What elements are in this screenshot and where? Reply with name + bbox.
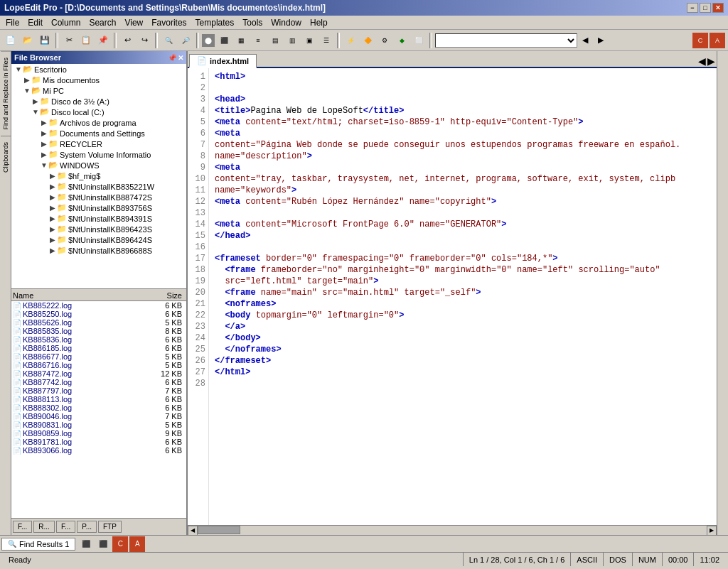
tree-item[interactable]: ▶📁$NtUninstallKB835221W bbox=[11, 181, 186, 192]
tree-expand-icon[interactable]: ▶ bbox=[48, 246, 57, 254]
tree-item[interactable]: ▶📁$hf_mig$ bbox=[11, 170, 186, 181]
file-list-item[interactable]: 📄KB885836.log6 KB bbox=[11, 335, 186, 344]
tb-copy[interactable]: 📋 bbox=[78, 33, 94, 48]
bb-tab-f2[interactable]: F... bbox=[56, 521, 75, 533]
file-list-item[interactable]: 📄KB890046.log7 KB bbox=[11, 412, 186, 421]
bt-btn3[interactable]: C bbox=[112, 536, 128, 552]
tree-expand-icon[interactable]: ▼ bbox=[31, 108, 40, 116]
bb-tab-f1[interactable]: F... bbox=[13, 521, 32, 533]
tree-expand-icon[interactable]: ▶ bbox=[40, 129, 48, 137]
tree-expand-icon[interactable]: ▶ bbox=[48, 183, 57, 190]
tree-item[interactable]: ▶📁Mis documentos bbox=[11, 75, 186, 85]
tb-find[interactable]: 🔍 bbox=[161, 33, 176, 48]
menu-view[interactable]: View bbox=[120, 16, 147, 29]
menu-favorites[interactable]: Favorites bbox=[147, 16, 191, 29]
menu-templates[interactable]: Templates bbox=[191, 16, 239, 29]
tb-undo[interactable]: ↩ bbox=[119, 33, 135, 48]
file-list-item[interactable]: 📄KB885835.log8 KB bbox=[11, 327, 186, 335]
tb-new[interactable]: 📄 bbox=[3, 33, 18, 48]
tb-b4[interactable]: ≡ bbox=[250, 33, 266, 48]
maximize-button[interactable]: □ bbox=[700, 3, 711, 13]
menu-search[interactable]: Search bbox=[85, 16, 120, 29]
tree-expand-icon[interactable]: ▶ bbox=[40, 119, 48, 126]
bb-tab-p1[interactable]: P... bbox=[77, 521, 97, 533]
tb-b1[interactable]: ⬤ bbox=[202, 34, 215, 47]
tb-next-file[interactable]: ▶ bbox=[593, 33, 609, 48]
editor-tab-index[interactable]: 📄 index.html bbox=[189, 54, 257, 68]
tree-item[interactable]: ▶📁$NtUninstallKB887472S bbox=[11, 192, 186, 202]
tb-b6[interactable]: ▥ bbox=[284, 33, 300, 48]
tree-item[interactable]: ▶📁Archivos de programa bbox=[11, 117, 186, 128]
file-list-item[interactable]: 📄KB890859.log9 KB bbox=[11, 429, 186, 438]
file-list-item[interactable]: 📄KB887472.log12 KB bbox=[11, 369, 186, 378]
editor-nav-left[interactable]: ◀ bbox=[698, 55, 706, 67]
vtab-clipboards[interactable]: Clipboards bbox=[1, 136, 11, 178]
scroll-track-h[interactable] bbox=[198, 526, 707, 536]
tree-item[interactable]: ▼📂WINDOWS bbox=[11, 160, 186, 170]
file-list-item[interactable]: 📄KB890831.log5 KB bbox=[11, 421, 186, 429]
tb-paste[interactable]: 📌 bbox=[95, 33, 111, 48]
file-list-item[interactable]: 📄KB887797.log7 KB bbox=[11, 386, 186, 395]
tree-item[interactable]: ▶📁System Volume Informatio bbox=[11, 149, 186, 160]
tb-b12[interactable]: ◆ bbox=[394, 33, 410, 48]
file-list-item[interactable]: 📄KB886716.log5 KB bbox=[11, 361, 186, 369]
tb-cut[interactable]: ✂ bbox=[61, 33, 77, 48]
close-button[interactable]: ✕ bbox=[712, 3, 724, 13]
tree-item[interactable]: ▶📁Documents and Settings bbox=[11, 128, 186, 139]
bottom-tab-find-results[interactable]: 🔍 Find Results 1 bbox=[1, 538, 75, 551]
scroll-thumb-h[interactable] bbox=[198, 526, 240, 534]
scroll-right-btn[interactable]: ▶ bbox=[707, 526, 717, 536]
tree-item[interactable]: ▼📂Escritorio bbox=[11, 64, 186, 75]
menu-column[interactable]: Column bbox=[47, 16, 85, 29]
bb-tab-ftp[interactable]: FTP bbox=[98, 521, 122, 533]
tb-save[interactable]: 💾 bbox=[37, 33, 53, 48]
tree-expand-icon[interactable]: ▶ bbox=[31, 97, 40, 105]
tree-expand-icon[interactable]: ▶ bbox=[48, 215, 57, 222]
bt-btn4[interactable]: A bbox=[129, 536, 145, 552]
tb-redo[interactable]: ↪ bbox=[136, 33, 152, 48]
tb-b13[interactable]: ⬜ bbox=[411, 33, 427, 48]
file-list-item[interactable]: 📄KB886185.log6 KB bbox=[11, 344, 186, 352]
menu-window[interactable]: Window bbox=[267, 16, 306, 29]
tree-item[interactable]: ▼📂Mi PC bbox=[11, 85, 186, 96]
file-list-item[interactable]: 📄KB886677.log5 KB bbox=[11, 352, 186, 361]
tb-open[interactable]: 📂 bbox=[20, 33, 36, 48]
bt-btn1[interactable]: ⬛ bbox=[78, 536, 94, 552]
menu-help[interactable]: Help bbox=[306, 16, 332, 29]
file-list-item[interactable]: 📄KB885626.log5 KB bbox=[11, 318, 186, 327]
tree-item[interactable]: ▶📁RECYCLER bbox=[11, 139, 186, 149]
fb-close-icon[interactable]: ✕ bbox=[178, 54, 183, 62]
scroll-left-btn[interactable]: ◀ bbox=[188, 526, 198, 536]
tree-item[interactable]: ▶📁Disco de 3½ (A:) bbox=[11, 96, 186, 107]
file-list-item[interactable]: 📄KB888302.log6 KB bbox=[11, 403, 186, 412]
tb-clip2[interactable]: A bbox=[710, 33, 725, 48]
tb-b5[interactable]: ▤ bbox=[267, 33, 283, 48]
bt-btn2[interactable]: ⬛ bbox=[95, 536, 111, 552]
tb-prev-file[interactable]: ◀ bbox=[577, 33, 593, 48]
menu-file[interactable]: File bbox=[1, 16, 23, 29]
tb-replace[interactable]: 🔎 bbox=[178, 33, 193, 48]
minimize-button[interactable]: − bbox=[687, 3, 698, 13]
tree-expand-icon[interactable]: ▼ bbox=[23, 87, 31, 94]
file-list-item[interactable]: 📄KB887742.log6 KB bbox=[11, 378, 186, 386]
tree-expand-icon[interactable]: ▼ bbox=[14, 65, 23, 73]
tree-expand-icon[interactable]: ▶ bbox=[48, 204, 57, 212]
tree-expand-icon[interactable]: ▶ bbox=[48, 236, 57, 244]
menu-tools[interactable]: Tools bbox=[238, 16, 267, 29]
tree-expand-icon[interactable]: ▼ bbox=[40, 161, 48, 169]
tree-expand-icon[interactable]: ▶ bbox=[23, 76, 31, 84]
tb-b9[interactable]: ⚡ bbox=[343, 33, 358, 48]
file-list-item[interactable]: 📄KB885222.log6 KB bbox=[11, 301, 186, 310]
tree-item[interactable]: ▶📁$NtUninstallKB894391S bbox=[11, 213, 186, 224]
tb-b11[interactable]: ⚙ bbox=[377, 33, 392, 48]
tb-b2[interactable]: ⬛ bbox=[216, 33, 232, 48]
file-list-item[interactable]: 📄KB888113.log6 KB bbox=[11, 395, 186, 403]
tb-b7[interactable]: ▣ bbox=[301, 33, 317, 48]
tb-clip1[interactable]: C bbox=[692, 33, 708, 48]
tree-item[interactable]: ▶📁$NtUninstallKB893756S bbox=[11, 202, 186, 213]
file-list-item[interactable]: 📄KB885250.log6 KB bbox=[11, 310, 186, 318]
code-content[interactable]: 1234567891011121314151617181920212223242… bbox=[188, 68, 717, 525]
tb-b3[interactable]: ▦ bbox=[233, 33, 249, 48]
fb-pin-icon[interactable]: 📌 bbox=[168, 54, 176, 62]
vtab-find-replace[interactable]: Find and Replace in Files bbox=[1, 51, 11, 136]
